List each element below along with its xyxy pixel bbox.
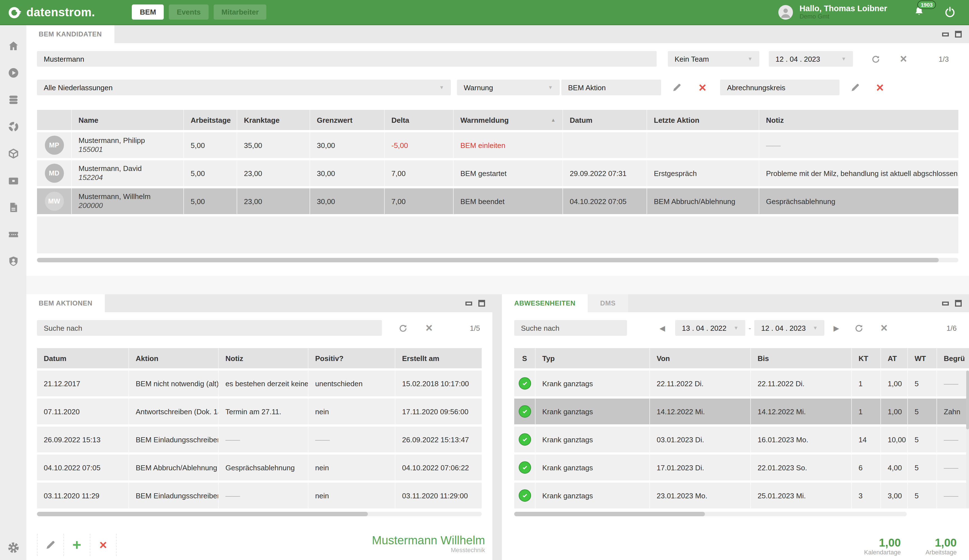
- header-begruendung[interactable]: Begrü: [937, 348, 969, 368]
- clear-filter-button[interactable]: ×: [900, 53, 907, 65]
- header-notiz[interactable]: Notiz: [759, 110, 958, 130]
- add-aktion-button[interactable]: +: [64, 533, 90, 556]
- edit-abrechnungskreis-button[interactable]: [849, 81, 862, 94]
- nav-tab-mitarbeiter[interactable]: Mitarbeiter: [214, 5, 266, 20]
- header-grenzwert[interactable]: Grenzwert: [310, 110, 385, 130]
- tab-bem-kandidaten[interactable]: BEM KANDIDATEN: [27, 25, 114, 43]
- app-logo[interactable]: datenstrom.: [8, 5, 95, 19]
- user-name: Thomas Loibner: [824, 3, 887, 13]
- kandidaten-hscrollbar[interactable]: [37, 258, 958, 263]
- edit-bem-aktion-button[interactable]: [671, 81, 683, 94]
- scrollbar-thumb[interactable]: [37, 512, 368, 516]
- table-row[interactable]: MD Mustermann, David152204 5,00 23,00 30…: [37, 160, 958, 186]
- header-von[interactable]: Von: [650, 348, 751, 368]
- clear-bem-aktion-button[interactable]: ×: [699, 82, 706, 93]
- refresh-button[interactable]: [852, 322, 865, 334]
- refresh-button[interactable]: [396, 322, 409, 334]
- header-kranktage[interactable]: Kranktage: [237, 110, 310, 130]
- tab-dms[interactable]: DMS: [588, 294, 628, 312]
- header-bis[interactable]: Bis: [751, 348, 852, 368]
- maximize-icon[interactable]: [955, 300, 962, 307]
- aktionen-search-input[interactable]: [37, 320, 382, 336]
- avatar[interactable]: [778, 5, 793, 19]
- table-row-selected[interactable]: MW Mustermann, Willhelm200000 5,00 23,00…: [37, 188, 958, 214]
- logout-button[interactable]: [943, 5, 957, 19]
- kandidaten-pagination[interactable]: 1/3: [939, 55, 949, 63]
- aktionen-pagination[interactable]: 1/5: [470, 324, 480, 332]
- sidebar-item-database[interactable]: [7, 94, 19, 106]
- bem-aktion-filter[interactable]: BEM Aktion: [561, 80, 661, 95]
- scrollbar-thumb[interactable]: [966, 371, 969, 429]
- sidebar-item-home[interactable]: [7, 40, 19, 52]
- niederlassung-select[interactable]: Alle Niederlassungen▼: [37, 80, 451, 95]
- header-name[interactable]: Name: [72, 110, 184, 130]
- refresh-button[interactable]: [869, 53, 881, 65]
- table-row[interactable]: 21.12.2017 BEM nicht notwendig (alt) es …: [37, 371, 482, 396]
- header-delta[interactable]: Delta: [385, 110, 454, 130]
- header-letzte-aktion[interactable]: Letzte Aktion: [647, 110, 759, 130]
- tab-abwesenheiten[interactable]: ABWESENHEITEN: [502, 294, 588, 312]
- date-to-picker[interactable]: 12 . 04 . 2023▼: [754, 320, 824, 336]
- sidebar-item-play[interactable]: [7, 67, 19, 79]
- maximize-icon[interactable]: [478, 300, 485, 307]
- kandidaten-search-input[interactable]: [37, 51, 657, 67]
- warnung-select[interactable]: Warnung▼: [457, 80, 559, 95]
- edit-aktion-button[interactable]: [37, 533, 64, 556]
- sidebar-item-tickets[interactable]: [7, 228, 19, 241]
- nav-tab-events[interactable]: Events: [169, 5, 208, 20]
- header-aktion[interactable]: Aktion: [129, 348, 219, 368]
- sidebar-item-packages[interactable]: [7, 148, 19, 160]
- next-period-button[interactable]: ▶: [834, 324, 839, 332]
- table-row[interactable]: Krank ganztags 03.01.2023 Di. 16.01.2023…: [514, 427, 969, 452]
- header-positiv[interactable]: Positiv?: [308, 348, 395, 368]
- clear-abrechnungskreis-button[interactable]: ×: [876, 82, 884, 93]
- header-notiz[interactable]: Notiz: [219, 348, 308, 368]
- abwesenheiten-vscrollbar[interactable]: [966, 371, 969, 508]
- header-kt[interactable]: KT: [852, 348, 881, 368]
- table-row[interactable]: 04.10.2022 07:05 BEM Abbruch/Ablehnung G…: [37, 455, 482, 480]
- header-datum[interactable]: Datum: [563, 110, 647, 130]
- minimize-icon[interactable]: [942, 301, 949, 305]
- abwesenheiten-hscrollbar[interactable]: [514, 512, 907, 516]
- table-row-selected[interactable]: Krank ganztags 14.12.2022 Mi. 14.12.2022…: [514, 399, 969, 424]
- table-row[interactable]: MP Mustermann, Philipp155001 5,00 35,00 …: [37, 132, 958, 158]
- table-row[interactable]: 26.09.2022 15:13 BEM Einladungsschreiben…: [37, 427, 482, 452]
- header-arbeitstage[interactable]: Arbeitstage: [184, 110, 237, 130]
- table-row[interactable]: 07.11.2020 Antwortschreiben (Dok. 1a Ter…: [37, 399, 482, 424]
- maximize-icon[interactable]: [955, 31, 962, 38]
- minimize-icon[interactable]: [465, 301, 472, 305]
- header-erstellt[interactable]: Erstellt am: [395, 348, 482, 368]
- minimize-icon[interactable]: [942, 32, 949, 36]
- abrechnungskreis-filter[interactable]: Abrechnungskreis: [720, 80, 840, 95]
- header-at[interactable]: AT: [881, 348, 908, 368]
- header-status[interactable]: S: [514, 348, 536, 368]
- abwesenheiten-search-input[interactable]: [514, 320, 627, 336]
- header-warnmeldung[interactable]: Warnmeldung▲: [454, 110, 563, 130]
- table-row[interactable]: Krank ganztags 23.01.2023 Mo. 25.01.2023…: [514, 483, 969, 508]
- scrollbar-thumb[interactable]: [514, 512, 705, 516]
- notifications-button[interactable]: 1903: [913, 5, 926, 19]
- delete-aktion-button[interactable]: ×: [90, 533, 117, 556]
- kandidaten-date-picker[interactable]: 12 . 04 . 2023▼: [769, 51, 853, 67]
- clear-filter-button[interactable]: ×: [881, 322, 888, 334]
- sidebar-item-briefcase[interactable]: [7, 174, 19, 187]
- team-select[interactable]: Kein Team▼: [668, 51, 759, 67]
- header-typ[interactable]: Typ: [536, 348, 650, 368]
- date-from-picker[interactable]: 13 . 04 . 2022▼: [675, 320, 745, 336]
- aktionen-hscrollbar[interactable]: [37, 512, 482, 516]
- sidebar-item-documents[interactable]: [7, 201, 19, 214]
- tab-bem-aktionen[interactable]: BEM AKTIONEN: [27, 294, 105, 312]
- abwesenheiten-pagination[interactable]: 1/6: [947, 324, 957, 332]
- scrollbar-thumb[interactable]: [37, 258, 939, 263]
- table-row[interactable]: Krank ganztags 17.01.2023 Di. 22.01.2023…: [514, 455, 969, 480]
- table-row[interactable]: Krank ganztags 22.11.2022 Di. 22.11.2022…: [514, 371, 969, 396]
- clear-search-button[interactable]: ×: [426, 322, 433, 334]
- header-wt[interactable]: WT: [908, 348, 937, 368]
- sidebar-item-reports[interactable]: [7, 121, 19, 133]
- sidebar-item-settings[interactable]: [0, 541, 27, 554]
- nav-tab-bem[interactable]: BEM: [132, 5, 164, 20]
- header-datum[interactable]: Datum: [37, 348, 129, 368]
- table-row[interactable]: 03.11.2020 11:29 BEM Einladungsschreiben…: [37, 483, 482, 508]
- prev-period-button[interactable]: ◀: [659, 324, 665, 332]
- sidebar-item-user-shield[interactable]: [7, 255, 19, 268]
